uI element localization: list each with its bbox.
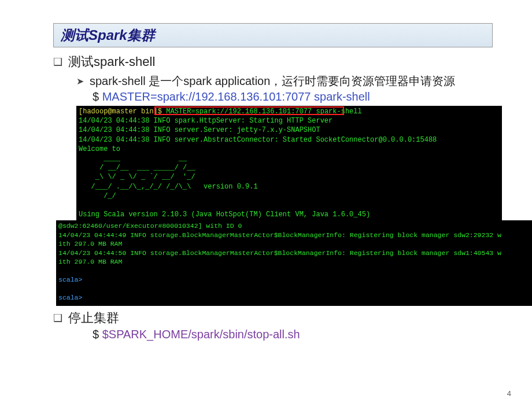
page-number: 4 xyxy=(507,389,511,398)
bullet-stop-cluster: ❑ 停止集群 xyxy=(53,309,497,327)
terminal-screenshots: [hadoop@master bin]$ MASTER=spark://192.… xyxy=(76,106,497,306)
slide-title-box: 测试Spark集群 xyxy=(53,23,493,47)
terminal-line: 14/04/23 04:44:38 INFO server.Server: je… xyxy=(79,126,320,134)
bullet-spark-shell-desc: ➤ spark-shell 是一个spark application，运行时需要… xyxy=(76,73,497,89)
terminal-spark-shell-start: [hadoop@master bin]$ MASTER=spark://192.… xyxy=(76,106,502,223)
command-text: $SPARK_HOME/spark/sbin/stop-all.sh xyxy=(99,328,300,341)
slide-title: 测试Spark集群 xyxy=(61,27,155,43)
square-bullet-icon: ❑ xyxy=(53,56,62,68)
square-bullet-icon: ❑ xyxy=(53,312,62,324)
spark-ascii-logo: _\ \/ _ \/ _ `/ __/ '_/ xyxy=(79,173,195,181)
arrow-bullet-icon: ➤ xyxy=(76,75,84,88)
terminal-line: Welcome to xyxy=(79,145,120,153)
bullet-text: spark-shell 是一个spark application，运行时需要向资… xyxy=(90,73,455,89)
terminal-prompt: [hadoop@master bin]$ xyxy=(79,108,166,116)
spark-ascii-logo: /_/ xyxy=(79,192,116,200)
terminal-line: 14/04/23 04:44:38 INFO server.AbstractCo… xyxy=(79,136,437,144)
terminal-line: ith 297.0 MB RAM xyxy=(58,258,122,265)
scala-prompt: scala> xyxy=(58,276,82,283)
command-text: MASTER=spark://192.168.136.101:7077 spar… xyxy=(99,90,370,103)
terminal-line: 14/04/23 04:44:49 INFO storage.BlockMana… xyxy=(58,231,501,239)
terminal-line: 14/04/23 04:44:50 INFO storage.BlockMana… xyxy=(58,249,501,257)
scala-prompt: scala> xyxy=(58,294,82,301)
terminal-line: ith 297.0 MB RAM xyxy=(58,240,122,247)
dollar-sign: $ xyxy=(93,90,99,103)
terminal-line: @sdw2:62460/user/Executor#800010342] wit… xyxy=(58,222,242,230)
command-stop-all: $ $SPARK_HOME/spark/sbin/stop-all.sh xyxy=(93,328,497,341)
terminal-block-manager: @sdw2:62460/user/Executor#800010342] wit… xyxy=(56,220,532,306)
terminal-line: Using Scala version 2.10.3 (Java HotSpot… xyxy=(79,210,370,219)
bullet-text: 测试spark-shell xyxy=(68,53,155,71)
bullet-test-spark-shell: ❑ 测试spark-shell xyxy=(53,53,497,71)
command-master-spark-shell: $ MASTER=spark://192.168.136.101:7077 sp… xyxy=(93,90,497,104)
slide-content: ❑ 测试spark-shell ➤ spark-shell 是一个spark a… xyxy=(53,53,497,341)
dollar-sign: $ xyxy=(93,328,99,341)
terminal-command: MASTER=spark://192.168.136.101:7077 spar… xyxy=(166,108,361,116)
spark-ascii-logo: /___/ .__/\_,_/_/ /_/\_\ version 0.9.1 xyxy=(79,183,258,191)
terminal-line: 14/04/23 04:44:38 INFO spark.HttpServer:… xyxy=(79,117,332,125)
slide-container: 测试Spark集群 ❑ 测试spark-shell ➤ spark-shell … xyxy=(12,23,520,399)
spark-ascii-logo: / __/__ ___ _____/ /__ xyxy=(79,164,195,172)
bullet-text: 停止集群 xyxy=(68,309,119,327)
spark-ascii-logo: ____ __ xyxy=(79,154,187,162)
